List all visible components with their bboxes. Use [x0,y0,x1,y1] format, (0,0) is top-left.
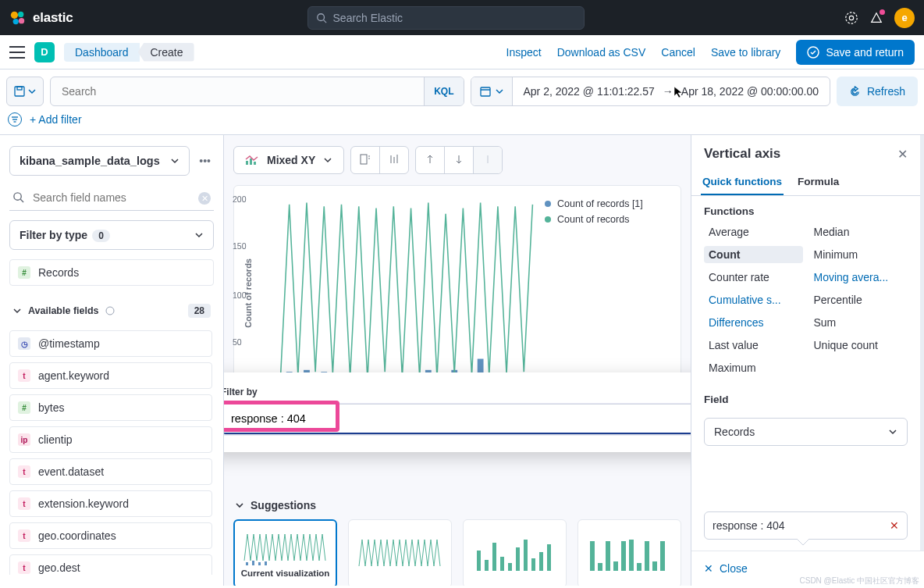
global-search-placeholder: Search Elastic [333,12,403,24]
svg-rect-9 [15,87,24,96]
save-to-library-button[interactable]: Save to library [711,46,780,59]
tab-formula[interactable]: Formula [796,169,840,195]
close-panel-icon[interactable]: ✕ [897,147,908,162]
svg-rect-76 [621,541,626,571]
svg-rect-11 [481,87,490,96]
suggestion-card[interactable] [578,519,681,586]
field-selector[interactable]: Records [704,418,908,446]
chevron-down-icon [323,155,332,165]
kql-toggle[interactable]: KQL [424,77,463,105]
saved-query-button[interactable] [6,77,44,106]
user-avatar[interactable]: e [894,8,915,28]
filter-by-type-button[interactable]: Filter by type0 [9,220,214,250]
download-csv-button[interactable]: Download as CSV [557,46,646,59]
tab-quick-functions[interactable]: Quick functions [701,169,784,195]
field-search-input[interactable] [9,185,214,211]
inspect-button[interactable]: Inspect [506,46,542,59]
field-item[interactable]: tgeo.coordinates [9,522,212,549]
function-option[interactable]: Average [704,223,803,241]
add-filter-button[interactable]: + Add filter [30,113,82,126]
suggestion-card[interactable] [463,519,567,586]
filter-by-input[interactable] [224,404,691,434]
left-axis-button[interactable] [416,147,445,173]
date-range-picker[interactable]: Apr 2, 2022 @ 11:01:22.57 → Apr 18, 2022… [471,77,830,106]
field-item[interactable]: #bytes [9,394,212,421]
search-icon [316,12,327,23]
function-option[interactable]: Last value [704,337,803,354]
filter-options-icon[interactable] [8,112,22,127]
svg-line-5 [323,20,326,23]
global-header: elastic Search Elastic e [0,0,924,35]
breadcrumb-dashboard[interactable]: Dashboard [64,43,140,62]
function-option[interactable]: Counter rate [704,269,803,286]
svg-rect-63 [485,560,489,571]
cancel-button[interactable]: Cancel [661,46,695,59]
svg-rect-21 [254,162,256,165]
field-item[interactable]: tagent.keyword [9,362,212,389]
axis-settings-button[interactable] [380,147,408,173]
refresh-icon [849,86,861,98]
refresh-button[interactable]: Refresh [837,77,918,106]
svg-rect-70 [539,552,543,571]
function-option[interactable]: Differences [704,314,803,331]
vis-type-selector[interactable]: Mixed XY [233,146,344,174]
app-toolbar: D Dashboard Create Inspect Download as C… [0,35,924,69]
function-option[interactable]: Unique count [809,337,908,354]
query-bar: KQL Apr 2, 2022 @ 11:01:22.57 → Apr 18, … [0,69,924,106]
legend-position-button[interactable] [351,147,380,173]
svg-point-0 [11,11,18,18]
close-icon: ✕ [704,562,713,575]
function-option[interactable]: Percentile [809,291,908,308]
news-icon[interactable] [869,11,883,25]
right-axis-button [474,147,502,173]
calendar-button[interactable] [471,77,513,105]
save-and-return-button[interactable]: Save and return [796,40,915,65]
panel-title: Vertical axis [704,146,780,162]
function-option[interactable]: Minimum [809,246,908,263]
field-heading: Field [704,394,908,405]
svg-rect-73 [598,563,602,571]
function-option[interactable]: Median [809,223,908,241]
field-item[interactable]: tgeo.dest [9,554,212,575]
function-option[interactable]: Moving avera... [809,269,908,286]
available-fields-header[interactable]: Available fields 28 [9,301,214,321]
legend-settings-group [350,146,409,174]
function-option[interactable]: Sum [809,314,908,331]
brand-text: elastic [33,10,73,26]
svg-point-3 [19,18,24,23]
bottom-axis-button[interactable] [445,147,474,173]
check-circle-icon [807,46,819,59]
nav-toggle-icon[interactable] [9,46,25,59]
clear-icon[interactable]: ✕ [198,192,211,205]
breadcrumb-create: Create [138,43,194,62]
query-input[interactable] [51,77,424,105]
popover-arrow-icon [797,539,809,545]
field-type-icon: ip [18,433,30,446]
svg-rect-62 [477,551,481,571]
function-option[interactable]: Cumulative s... [704,291,803,308]
records-field[interactable]: # Records [9,259,214,286]
field-item[interactable]: tevent.dataset [9,458,212,485]
chevron-down-icon [495,87,504,96]
svg-rect-20 [250,159,252,165]
suggestion-card[interactable] [348,519,452,586]
global-search-input[interactable]: Search Elastic [307,6,585,30]
applied-filter-pill[interactable]: response : 404 ✕ [704,511,908,540]
date-from: Apr 2, 2022 @ 11:01:22.57 [524,85,655,98]
index-pattern-selector[interactable]: kibana_sample_data_logs [9,146,190,176]
field-item[interactable]: ipclientip [9,426,212,453]
remove-filter-icon[interactable]: ✕ [890,519,899,532]
suggestions-toggle[interactable]: Suggestions [233,496,681,519]
index-options-icon[interactable]: ••• [196,151,214,170]
field-item[interactable]: textension.keyword [9,490,212,517]
svg-point-16 [14,193,21,200]
disk-icon [13,85,26,98]
help-icon[interactable] [844,11,858,25]
suggestion-current[interactable]: Current visualization [233,519,337,586]
function-option[interactable]: Maximum [704,359,803,376]
field-type-icon: t [18,529,30,542]
field-item[interactable]: ◷@timestamp [9,330,212,357]
functions-grid: AverageMedianCountMinimumCounter rateMov… [704,223,908,376]
workspace: kibana_sample_data_logs ••• ✕ Filter by … [0,135,924,586]
function-option[interactable]: Count [704,246,803,263]
